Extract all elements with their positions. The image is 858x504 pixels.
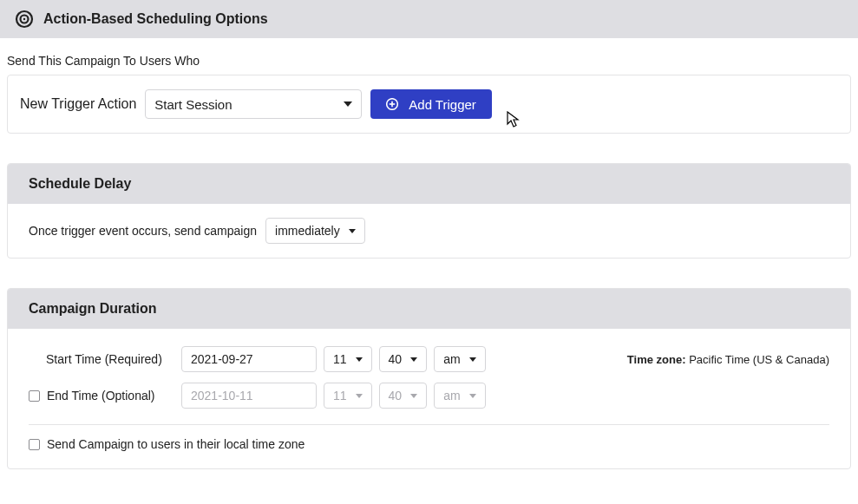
end-time-checkbox[interactable] xyxy=(29,390,40,402)
chevron-down-icon xyxy=(356,357,363,362)
chevron-down-icon xyxy=(410,394,417,398)
start-date-input[interactable]: 2021-09-27 xyxy=(181,346,317,372)
add-trigger-button[interactable]: Add Trigger xyxy=(370,89,492,119)
trigger-action-value: Start Session xyxy=(154,97,232,112)
end-date-input[interactable]: 2021-10-11 xyxy=(181,383,317,409)
chevron-down-icon xyxy=(356,394,363,398)
end-hour-select[interactable]: 11 xyxy=(324,383,372,409)
trigger-action-select[interactable]: Start Session xyxy=(145,89,362,119)
chevron-down-icon xyxy=(349,229,356,233)
start-minute-select[interactable]: 40 xyxy=(379,346,428,372)
end-time-label: End Time (Optional) xyxy=(47,389,155,403)
campaign-duration-title: Campaign Duration xyxy=(8,289,850,329)
divider xyxy=(29,424,829,425)
timezone-label: Time zone: xyxy=(627,353,686,366)
delay-prefix-text: Once trigger event occurs, send campaign xyxy=(29,224,257,238)
add-trigger-label: Add Trigger xyxy=(409,97,476,112)
end-minute-select[interactable]: 40 xyxy=(379,383,428,409)
start-hour-select[interactable]: 11 xyxy=(324,346,372,372)
delay-timing-value: immediately xyxy=(275,224,340,238)
start-time-row: Start Time (Required) 2021-09-27 11 40 a… xyxy=(29,346,829,372)
campaign-duration-panel: Campaign Duration Start Time (Required) … xyxy=(7,288,851,469)
schedule-delay-panel: Schedule Delay Once trigger event occurs… xyxy=(7,163,851,259)
svg-point-2 xyxy=(23,18,25,20)
timezone-info: Time zone: Pacific Time (US & Canada) xyxy=(627,353,829,366)
chevron-down-icon xyxy=(410,357,417,362)
start-ampm-select[interactable]: am xyxy=(434,346,485,372)
local-timezone-label: Send Campaign to users in their local ti… xyxy=(47,437,305,451)
page-title: Action-Based Scheduling Options xyxy=(43,11,268,27)
chevron-down-icon xyxy=(469,357,476,362)
page-header: Action-Based Scheduling Options xyxy=(0,0,858,38)
timezone-value: Pacific Time (US & Canada) xyxy=(689,353,829,366)
new-trigger-panel: New Trigger Action Start Session Add Tri… xyxy=(7,75,851,134)
plus-circle-icon xyxy=(386,98,398,110)
end-time-row: End Time (Optional) 2021-10-11 11 40 am xyxy=(29,383,829,409)
new-trigger-label: New Trigger Action xyxy=(20,96,136,112)
local-timezone-row: Send Campaign to users in their local ti… xyxy=(29,437,829,451)
schedule-delay-title: Schedule Delay xyxy=(8,164,850,204)
chevron-down-icon xyxy=(344,101,352,107)
delay-timing-select[interactable]: immediately xyxy=(265,218,365,244)
local-timezone-checkbox[interactable] xyxy=(29,439,40,450)
end-ampm-select[interactable]: am xyxy=(434,383,485,409)
target-icon xyxy=(14,9,35,29)
send-to-label: Send This Campaign To Users Who xyxy=(7,54,851,68)
start-time-label: Start Time (Required) xyxy=(46,352,162,366)
chevron-down-icon xyxy=(469,394,476,398)
